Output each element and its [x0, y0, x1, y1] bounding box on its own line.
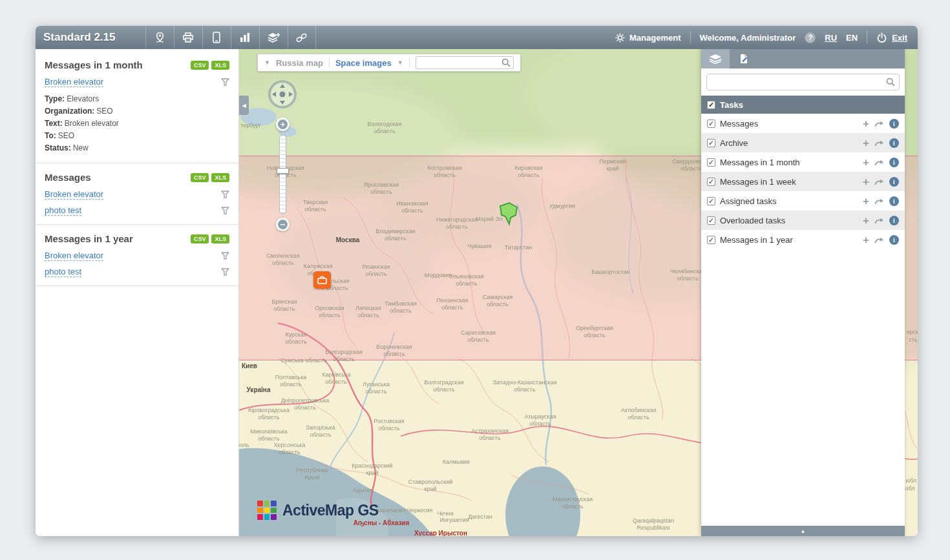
main-content: Messages in 1 month CSV XLS Broken eleva…	[36, 49, 918, 536]
share-link-button[interactable]	[288, 26, 316, 49]
logo-text: ActiveMap GS	[282, 502, 379, 519]
management-button[interactable]: Management	[615, 33, 681, 43]
layer-label: Messages in 1 week	[720, 177, 796, 187]
checkbox[interactable]	[707, 178, 715, 186]
add-icon[interactable]	[863, 176, 869, 187]
checkbox[interactable]	[707, 101, 715, 109]
power-icon	[876, 32, 887, 43]
info-icon[interactable]	[889, 158, 899, 167]
go-to-layer-icon[interactable]	[874, 120, 884, 127]
checkbox[interactable]	[707, 119, 715, 128]
task-link[interactable]: Broken elevator	[45, 77, 103, 87]
detail-key: Type:	[45, 94, 65, 103]
layer-row[interactable]: Assigned tasks	[701, 191, 905, 211]
print-button[interactable]	[174, 26, 202, 49]
help-icon[interactable]: ?	[805, 32, 816, 43]
info-icon[interactable]	[889, 177, 899, 187]
mobile-app-button[interactable]	[202, 26, 231, 49]
orange-task-marker[interactable]	[313, 271, 331, 289]
checkbox[interactable]	[707, 236, 715, 244]
add-icon[interactable]	[863, 234, 869, 245]
xls-export-button[interactable]: XLS	[211, 173, 229, 182]
collapse-panel-button[interactable]	[239, 96, 249, 115]
info-icon[interactable]	[889, 216, 899, 225]
filter-icon[interactable]	[221, 78, 229, 86]
exit-button[interactable]: Exit	[876, 32, 907, 43]
divider	[36, 224, 238, 225]
pan-up-icon[interactable]	[280, 84, 285, 88]
go-to-layer-icon[interactable]	[874, 236, 884, 244]
map-area[interactable]: тербургВологодская областьНовгородская о…	[239, 49, 918, 536]
detail-value: SEO	[96, 107, 112, 116]
layer-row[interactable]: Messages in 1 month	[701, 152, 905, 172]
map-search-input[interactable]	[416, 56, 514, 69]
zoom-slider[interactable]	[279, 135, 286, 214]
layer-group-tasks[interactable]: Tasks	[701, 96, 905, 114]
pan-center-icon[interactable]	[280, 92, 286, 98]
basemap-selector[interactable]: Russia map	[276, 58, 323, 68]
layer-row[interactable]: Messages	[701, 114, 905, 133]
tab-legend[interactable]	[730, 49, 758, 68]
lang-ru-button[interactable]: RU	[825, 33, 837, 43]
add-icon[interactable]	[863, 157, 869, 168]
task-link[interactable]: photo test	[45, 205, 81, 216]
checkbox[interactable]	[707, 139, 715, 147]
pan-left-icon[interactable]	[272, 92, 276, 97]
info-icon[interactable]	[889, 235, 899, 245]
zoom-slider-handle[interactable]	[277, 168, 289, 174]
go-to-layer-icon[interactable]	[874, 217, 884, 224]
filter-icon[interactable]	[221, 268, 229, 276]
checkbox[interactable]	[707, 197, 715, 205]
layer-row[interactable]: Messages in 1 week	[701, 172, 905, 191]
filter-icon[interactable]	[221, 252, 229, 260]
zoom-out-button[interactable]	[276, 218, 290, 231]
info-icon[interactable]	[889, 119, 899, 129]
filter-icon[interactable]	[221, 191, 229, 198]
layer-row[interactable]: Messages in 1 year	[701, 230, 905, 249]
pan-down-icon[interactable]	[280, 101, 285, 105]
panel-collapse-button[interactable]	[701, 526, 905, 536]
checkbox[interactable]	[707, 216, 715, 225]
layer-search-input[interactable]	[706, 74, 900, 90]
go-to-layer-icon[interactable]	[874, 178, 884, 185]
csv-export-button[interactable]: CSV	[191, 61, 209, 70]
checkbox[interactable]	[707, 158, 715, 167]
go-to-layer-icon[interactable]	[874, 198, 884, 205]
add-icon[interactable]	[863, 118, 869, 129]
go-to-layer-icon[interactable]	[874, 159, 884, 166]
add-icon[interactable]	[863, 138, 869, 149]
charts-button[interactable]	[231, 26, 259, 49]
add-layer-button[interactable]	[259, 26, 288, 49]
add-icon[interactable]	[863, 215, 869, 226]
layer-row[interactable]: Overloaded tasks	[701, 211, 905, 230]
layer-label: Messages	[720, 119, 758, 129]
basemap-chevron-down-icon[interactable]	[264, 59, 270, 66]
zoom-in-button[interactable]	[276, 118, 290, 131]
xls-export-button[interactable]: XLS	[211, 61, 229, 70]
green-area-marker[interactable]	[498, 202, 519, 229]
marker-tool-button[interactable]	[145, 26, 174, 49]
task-link[interactable]: Broken elevator	[45, 251, 103, 261]
xls-export-button[interactable]: XLS	[211, 234, 229, 244]
search-icon[interactable]	[886, 78, 895, 89]
pan-right-icon[interactable]	[289, 92, 293, 97]
tab-layers[interactable]	[701, 49, 730, 68]
pan-control[interactable]	[268, 80, 297, 109]
divider	[36, 285, 238, 286]
task-link[interactable]: photo test	[45, 267, 81, 277]
search-icon[interactable]	[501, 58, 511, 70]
info-icon[interactable]	[889, 138, 899, 148]
layer-row[interactable]: Archive	[701, 133, 905, 152]
layers-panel: Tasks Messages Archive Me	[701, 49, 905, 536]
csv-export-button[interactable]: CSV	[191, 173, 209, 182]
overlay-chevron-down-icon[interactable]	[397, 59, 403, 66]
info-icon[interactable]	[889, 196, 899, 206]
logo-grid-icon	[257, 501, 277, 520]
overlay-selector[interactable]: Space images	[335, 58, 392, 68]
task-link[interactable]: Broken elevator	[45, 189, 103, 200]
go-to-layer-icon[interactable]	[874, 140, 884, 147]
lang-en-button[interactable]: EN	[846, 33, 858, 43]
add-icon[interactable]	[863, 196, 869, 207]
filter-icon[interactable]	[221, 207, 229, 214]
csv-export-button[interactable]: CSV	[191, 234, 209, 244]
